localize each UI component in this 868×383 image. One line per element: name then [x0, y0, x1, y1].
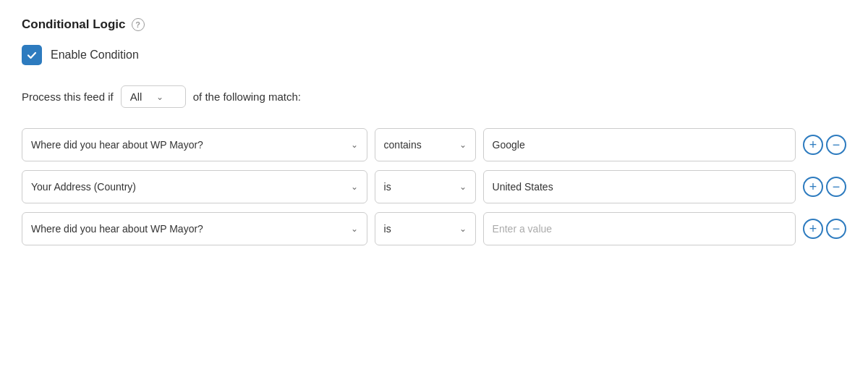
add-condition-button-2[interactable]: +	[803, 219, 823, 239]
enable-condition-checkbox[interactable]	[22, 45, 42, 65]
operator-chevron-icon: ⌄	[459, 140, 467, 150]
condition-operator-label: is	[384, 223, 391, 235]
add-condition-button-1[interactable]: +	[803, 177, 823, 197]
checkmark-icon	[26, 49, 38, 61]
help-icon[interactable]: ?	[132, 18, 145, 31]
field-chevron-icon: ⌄	[351, 224, 358, 234]
condition-field-select-0[interactable]: Where did you hear about WP Mayor?⌄	[22, 128, 367, 161]
remove-condition-button-1[interactable]: −	[826, 177, 846, 197]
condition-value-0[interactable]: Google	[483, 128, 796, 161]
condition-value-2[interactable]: Enter a value	[483, 212, 796, 245]
condition-row: Your Address (Country)⌄is⌄United States+…	[22, 170, 846, 203]
condition-operator-select-1[interactable]: is⌄	[375, 170, 476, 203]
process-feed-prefix: Process this feed if	[22, 91, 114, 103]
condition-field-label: Where did you hear about WP Mayor?	[31, 223, 203, 235]
process-feed-suffix: of the following match:	[193, 91, 301, 103]
add-condition-button-0[interactable]: +	[803, 135, 823, 155]
all-select[interactable]: All ⌄	[121, 85, 186, 108]
section-title: Conditional Logic	[22, 17, 126, 32]
condition-actions-2: +−	[803, 219, 846, 239]
condition-field-select-2[interactable]: Where did you hear about WP Mayor?⌄	[22, 212, 367, 245]
remove-condition-button-0[interactable]: −	[826, 135, 846, 155]
condition-row: Where did you hear about WP Mayor?⌄is⌄En…	[22, 212, 846, 245]
enable-condition-label: Enable Condition	[51, 49, 139, 62]
condition-field-label: Your Address (Country)	[31, 181, 136, 193]
remove-condition-button-2[interactable]: −	[826, 219, 846, 239]
operator-chevron-icon: ⌄	[459, 224, 467, 234]
condition-operator-label: is	[384, 181, 391, 193]
conditions-list: Where did you hear about WP Mayor?⌄conta…	[22, 128, 846, 245]
condition-value-1[interactable]: United States	[483, 170, 796, 203]
field-chevron-icon: ⌄	[351, 140, 358, 150]
field-chevron-icon: ⌄	[351, 182, 358, 192]
condition-operator-select-0[interactable]: contains⌄	[375, 128, 476, 161]
condition-actions-1: +−	[803, 177, 846, 197]
condition-operator-label: contains	[384, 139, 422, 151]
condition-field-label: Where did you hear about WP Mayor?	[31, 139, 203, 151]
condition-operator-select-2[interactable]: is⌄	[375, 212, 476, 245]
condition-field-select-1[interactable]: Your Address (Country)⌄	[22, 170, 367, 203]
condition-actions-0: +−	[803, 135, 846, 155]
operator-chevron-icon: ⌄	[459, 182, 467, 192]
all-select-label: All	[130, 91, 152, 103]
all-select-chevron-icon: ⌄	[156, 92, 178, 102]
condition-row: Where did you hear about WP Mayor?⌄conta…	[22, 128, 846, 161]
